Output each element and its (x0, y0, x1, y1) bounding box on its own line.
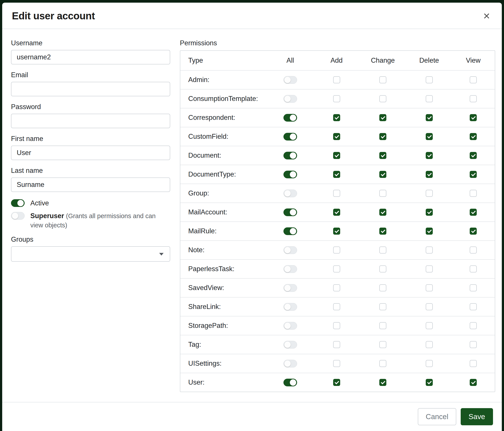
first-name-field-group: First name (11, 135, 170, 160)
permission-toggle-all[interactable] (283, 341, 297, 349)
permission-checkbox-change[interactable] (379, 360, 386, 367)
permission-checkbox-change[interactable] (379, 190, 386, 197)
active-toggle[interactable] (11, 199, 25, 207)
email-input[interactable] (11, 82, 170, 96)
permission-checkbox-delete[interactable] (426, 284, 433, 291)
permission-checkbox-view[interactable] (470, 133, 477, 140)
permission-checkbox-view[interactable] (470, 303, 477, 310)
permission-checkbox-add[interactable] (333, 76, 340, 83)
permission-checkbox-view[interactable] (470, 95, 477, 102)
permissions-title: Permissions (180, 39, 495, 47)
permission-checkbox-change[interactable] (379, 76, 386, 83)
permission-checkbox-change[interactable] (379, 209, 386, 216)
permission-toggle-all[interactable] (283, 284, 297, 292)
password-input[interactable] (11, 114, 170, 128)
permission-checkbox-view[interactable] (470, 114, 477, 121)
permission-checkbox-change[interactable] (379, 379, 386, 386)
permission-checkbox-view[interactable] (470, 228, 477, 235)
permission-row: User: (180, 373, 495, 392)
permission-checkbox-add[interactable] (333, 284, 340, 291)
close-icon[interactable]: × (481, 9, 492, 22)
permission-checkbox-delete[interactable] (426, 114, 433, 121)
permission-checkbox-add[interactable] (333, 303, 340, 310)
permission-toggle-all[interactable] (283, 360, 297, 368)
permission-checkbox-view[interactable] (470, 190, 477, 197)
permission-checkbox-delete[interactable] (426, 228, 433, 235)
permission-checkbox-delete[interactable] (426, 322, 433, 329)
permission-toggle-all[interactable] (283, 114, 297, 122)
permission-checkbox-change[interactable] (379, 133, 386, 140)
last-name-input[interactable] (11, 178, 170, 192)
cancel-button[interactable]: Cancel (418, 408, 456, 425)
permission-checkbox-delete[interactable] (426, 171, 433, 178)
permission-checkbox-delete[interactable] (426, 303, 433, 310)
permission-checkbox-delete[interactable] (426, 246, 433, 253)
permission-checkbox-delete[interactable] (426, 133, 433, 140)
permission-toggle-all[interactable] (283, 95, 297, 103)
permission-checkbox-change[interactable] (379, 322, 386, 329)
permission-checkbox-change[interactable] (379, 341, 386, 348)
groups-select[interactable] (11, 246, 170, 262)
permission-checkbox-delete[interactable] (426, 76, 433, 83)
permission-checkbox-add[interactable] (333, 114, 340, 121)
permission-checkbox-delete[interactable] (426, 190, 433, 197)
permission-checkbox-delete[interactable] (426, 152, 433, 159)
permission-toggle-all[interactable] (283, 322, 297, 330)
permission-checkbox-view[interactable] (470, 152, 477, 159)
column-header-add: Add (314, 56, 359, 64)
permission-checkbox-view[interactable] (470, 341, 477, 348)
permission-checkbox-view[interactable] (470, 76, 477, 83)
permission-checkbox-delete[interactable] (426, 360, 433, 367)
permission-checkbox-view[interactable] (470, 265, 477, 272)
username-input[interactable] (11, 50, 170, 64)
permission-checkbox-view[interactable] (470, 360, 477, 367)
permission-checkbox-change[interactable] (379, 246, 386, 253)
permission-checkbox-change[interactable] (379, 265, 386, 272)
permission-toggle-all[interactable] (283, 303, 297, 311)
permission-checkbox-change[interactable] (379, 171, 386, 178)
permission-checkbox-view[interactable] (470, 171, 477, 178)
permission-checkbox-view[interactable] (470, 246, 477, 253)
permission-checkbox-change[interactable] (379, 303, 386, 310)
permission-checkbox-change[interactable] (379, 284, 386, 291)
first-name-input[interactable] (11, 146, 170, 160)
permission-checkbox-add[interactable] (333, 171, 340, 178)
permission-checkbox-add[interactable] (333, 246, 340, 253)
permission-checkbox-add[interactable] (333, 360, 340, 367)
permission-toggle-all[interactable] (283, 227, 297, 235)
permission-checkbox-add[interactable] (333, 133, 340, 140)
permission-toggle-all[interactable] (283, 76, 297, 84)
permission-checkbox-delete[interactable] (426, 209, 433, 216)
superuser-toggle[interactable] (11, 212, 25, 220)
permission-checkbox-change[interactable] (379, 114, 386, 121)
permission-toggle-all[interactable] (283, 265, 297, 273)
save-button[interactable]: Save (461, 408, 493, 425)
permission-checkbox-delete[interactable] (426, 341, 433, 348)
permission-toggle-all[interactable] (283, 246, 297, 254)
permission-checkbox-add[interactable] (333, 152, 340, 159)
permission-checkbox-view[interactable] (470, 379, 477, 386)
permission-toggle-all[interactable] (283, 189, 297, 197)
permission-checkbox-change[interactable] (379, 228, 386, 235)
permission-checkbox-add[interactable] (333, 265, 340, 272)
permission-checkbox-add[interactable] (333, 322, 340, 329)
permission-checkbox-delete[interactable] (426, 265, 433, 272)
permission-checkbox-add[interactable] (333, 228, 340, 235)
permission-checkbox-delete[interactable] (426, 95, 433, 102)
permission-checkbox-add[interactable] (333, 209, 340, 216)
permission-checkbox-add[interactable] (333, 379, 340, 386)
permission-toggle-all[interactable] (283, 208, 297, 216)
permission-checkbox-add[interactable] (333, 190, 340, 197)
permission-checkbox-view[interactable] (470, 284, 477, 291)
permission-toggle-all[interactable] (283, 379, 297, 386)
permission-checkbox-view[interactable] (470, 322, 477, 329)
permission-toggle-all[interactable] (283, 133, 297, 141)
permission-toggle-all[interactable] (283, 171, 297, 178)
permission-checkbox-change[interactable] (379, 152, 386, 159)
permission-checkbox-view[interactable] (470, 209, 477, 216)
permission-checkbox-delete[interactable] (426, 379, 433, 386)
permission-toggle-all[interactable] (283, 152, 297, 159)
permission-checkbox-add[interactable] (333, 95, 340, 102)
permission-checkbox-add[interactable] (333, 341, 340, 348)
permission-checkbox-change[interactable] (379, 95, 386, 102)
